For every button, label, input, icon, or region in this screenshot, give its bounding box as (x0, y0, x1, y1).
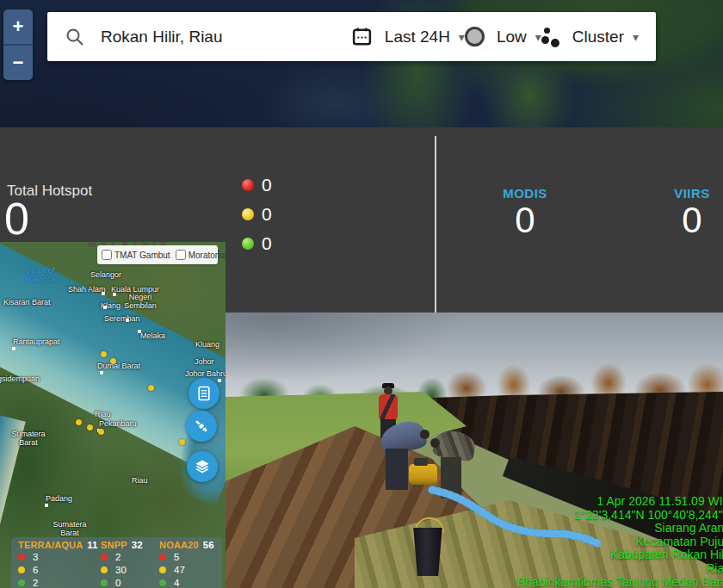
snpp-red: 2 (115, 552, 120, 562)
map-label: Sumatera Barat (50, 521, 90, 538)
chevron-down-icon: ▾ (459, 30, 465, 44)
layers-icon (194, 458, 211, 475)
snpp-column: SNPP 32 2 30 0 (101, 540, 143, 588)
panel-divider (435, 136, 436, 313)
terra-aqua-green: 2 (33, 578, 38, 588)
city-marker (103, 306, 107, 309)
moratorium-toggle[interactable]: Moratorium (176, 250, 226, 260)
tmat-gambut-checkbox[interactable] (102, 250, 112, 260)
city-marker (138, 330, 141, 333)
map-label: Padang (46, 495, 72, 504)
hotspot-dot[interactable] (110, 358, 116, 364)
snpp-yellow: 30 (115, 565, 127, 575)
time-filter[interactable]: Last 24H ▾ (351, 26, 465, 47)
viirs-count-block: VIIRS 0 (609, 186, 723, 238)
tmat-gambut-label: TMAT Gambut (114, 251, 170, 260)
terra-aqua-yellow: 6 (33, 565, 38, 575)
map-label: Johor (195, 358, 214, 367)
terra-aqua-red: 3 (33, 552, 38, 562)
photo-province: Riau (369, 562, 723, 576)
modis-value: 0 (443, 202, 607, 238)
chevron-down-icon: ▾ (633, 30, 639, 44)
legend-row-low: 0 (242, 229, 272, 258)
noaa20-column: NOAA20 56 5 47 4 (159, 540, 214, 588)
zoom-in-button[interactable]: + (3, 9, 33, 44)
hotspot-dot[interactable] (98, 429, 104, 435)
noaa20-red: 5 (174, 552, 179, 562)
photo-village: Siarang Arang (369, 522, 723, 535)
green-dot-icon (159, 579, 166, 586)
confidence-filter[interactable]: Low ▾ (465, 27, 541, 46)
hotspot-dot[interactable] (179, 439, 185, 445)
legend-value-low: 0 (262, 233, 272, 254)
clipboard-icon (195, 385, 213, 402)
city-marker (102, 292, 105, 295)
moratorium-checkbox[interactable] (176, 250, 186, 260)
photo-officer: Bhabinkamtibmas Tanjung Medan Barat (369, 576, 723, 588)
confidence-filter-label: Low (497, 28, 527, 46)
map-label: Shah Alam (68, 286, 106, 294)
search-input[interactable]: Rokan Hilir, Riau (101, 28, 351, 46)
layer-toggle-panel: TMAT Gambut Moratorium (97, 245, 218, 264)
terra-aqua-total: 11 (87, 540, 97, 550)
snpp-total: 32 (132, 540, 143, 550)
yellow-dot-icon (18, 566, 25, 573)
field-photo: 1 Apr 2026 11.51.09 WIB 1°23'3,414"N 100… (226, 313, 723, 588)
moratorium-label: Moratorium (188, 251, 226, 260)
legend-row-high: 0 (242, 170, 272, 200)
city-marker (100, 371, 103, 374)
map-label-sea: Strait of Malacca (22, 266, 59, 284)
noaa20-total: 56 (203, 540, 214, 550)
modis-count-block: MODIS 0 (443, 186, 607, 238)
green-dot-icon (101, 579, 108, 586)
hotspot-dot[interactable] (148, 385, 154, 391)
terra-aqua-column: TERRA/AQUA 11 3 6 2 (18, 540, 98, 588)
display-mode-filter[interactable]: Cluster ▾ (541, 27, 639, 47)
city-marker (12, 347, 15, 350)
map-label: Riau (132, 477, 148, 486)
map-label: Riau (95, 411, 111, 419)
report-list-button[interactable] (188, 378, 219, 409)
calendar-icon (351, 26, 373, 47)
map-label: Rantauprapat (13, 338, 60, 347)
search-toolbar: Rokan Hilir, Riau Last 24H ▾ Low ▾ Clust… (47, 12, 656, 61)
map-label: Seremban (104, 315, 140, 324)
red-dot-icon (159, 554, 166, 560)
total-hotspot-value: 0 (4, 196, 29, 241)
satellite-button[interactable] (186, 411, 217, 442)
photo-timestamp: 1 Apr 2026 11.51.09 WIB (369, 495, 723, 509)
chevron-down-icon: ▾ (535, 30, 541, 44)
app-screen: + − Rokan Hilir, Riau Last 24H ▾ Low ▾ (0, 0, 723, 588)
map-label: Negeri Sembilan (124, 294, 157, 311)
hotspot-dot[interactable] (101, 351, 107, 357)
yellow-dot-icon (101, 566, 108, 573)
confidence-level-icon (465, 27, 485, 46)
yellow-dot-icon (159, 566, 166, 573)
photo-caption: 1 Apr 2026 11.51.09 WIB 1°23'3,414"N 100… (369, 495, 723, 588)
city-marker (218, 379, 221, 382)
satellite-stats-panel: TERRA/AQUA 11 3 6 2 SNPP 32 2 30 0 NOAA2… (11, 537, 222, 588)
display-mode-label: Cluster (572, 28, 624, 46)
inset-map[interactable]: MALAYSIA Strait of Malacca Selangor Shah… (0, 242, 226, 588)
legend-row-medium: 0 (242, 200, 272, 229)
tmat-gambut-toggle[interactable]: TMAT Gambut (102, 250, 170, 260)
satellite-icon (193, 418, 210, 435)
modis-label: MODIS (443, 186, 607, 201)
map-label: Selangor (90, 271, 121, 280)
zoom-out-button[interactable]: − (3, 46, 33, 80)
hotspot-dot[interactable] (87, 424, 93, 430)
city-marker (45, 504, 48, 507)
noaa20-green: 4 (174, 578, 179, 588)
map-label: gsidempuan (0, 375, 40, 384)
green-dot-icon (18, 579, 25, 586)
hotspot-dot[interactable] (76, 419, 82, 425)
search-icon (65, 27, 85, 47)
map-label: Pekanbaru (99, 420, 137, 429)
photo-district: Kecamatan Pujud (369, 535, 723, 549)
noaa20-label: NOAA20 (159, 540, 199, 550)
map-label: Kluang (195, 341, 219, 350)
map-label: Sumatera Barat (9, 430, 48, 448)
viirs-label: VIIRS (609, 186, 723, 201)
noaa20-yellow: 47 (174, 565, 185, 575)
layers-button[interactable] (187, 451, 218, 482)
